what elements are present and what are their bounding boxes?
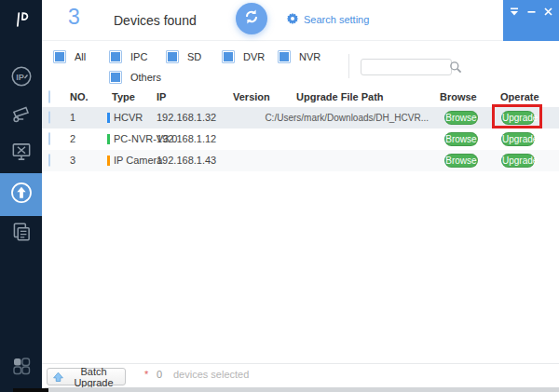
device-count: 3 [68,5,80,30]
window-bottom-notch [13,388,48,392]
checkbox-all[interactable] [53,50,66,63]
device-type-color-bar [107,134,110,144]
upgrade-button[interactable]: Upgrade [501,154,535,168]
upgrade-button[interactable]: Upgrade [501,132,535,146]
vertical-divider [348,54,349,78]
table-header-row: NO. Type IP Version Upgrade File Path Br… [42,87,559,107]
row-checkbox[interactable] [48,154,50,167]
sidebar-item-device-upgrade[interactable] [0,173,42,216]
filter-ipc[interactable]: IPC [109,50,147,63]
cell-no: 2 [70,128,75,150]
sidebar-item-documents[interactable] [0,214,42,253]
row-checkbox[interactable] [48,111,50,124]
titlebar: 3 Devices found Search setting [42,0,559,41]
filter-nvr[interactable]: NVR [278,50,320,63]
select-all-checkbox[interactable] [48,90,50,103]
browse-button[interactable]: Browse [444,154,478,168]
close-button[interactable] [542,6,553,17]
checkbox-ipc[interactable] [109,50,122,63]
table-row[interactable]: 3 IP Camera 192.168.1.43 Browse Upgrade [42,150,559,171]
checkbox-sd[interactable] [166,50,179,63]
sidebar-item-camera-settings[interactable] [0,96,42,135]
filter-dvr-label: DVR [243,51,265,62]
column-header-ip: IP [157,87,166,107]
sidebar: IP [0,0,42,392]
device-type-color-bar [107,155,110,166]
cell-type: HCVR [114,107,143,128]
table-row[interactable]: 2 PC-NVR-V3.0 192.168.1.12 Browse Upgrad… [42,128,559,150]
column-header-path: Upgrade File Path [296,87,384,107]
sidebar-item-apps[interactable] [0,352,42,384]
cell-ip: 192.168.1.12 [157,128,216,150]
refresh-icon [242,7,261,30]
device-table: NO. Type IP Version Upgrade File Path Br… [42,87,559,363]
filter-all[interactable]: All [53,50,86,63]
filter-others[interactable]: Others [109,71,161,84]
svg-text:IP: IP [16,73,24,82]
device-maintenance-icon [9,140,34,168]
cell-no: 3 [70,150,75,171]
cell-no: 1 [70,107,75,128]
filter-nvr-label: NVR [299,51,320,62]
search-setting-button[interactable]: Search setting [286,12,369,27]
gear-icon [286,12,299,27]
minimize-button[interactable] [525,6,537,17]
filter-bar: All IPC SD DVR NVR Others [42,42,559,89]
apps-icon [10,355,33,381]
filter-others-label: Others [130,72,161,83]
collapse-button[interactable] [509,6,520,17]
table-row[interactable]: 1 HCVR 192.168.1.32 C:/Users/mark/Downlo… [42,107,559,128]
column-header-browse: Browse [440,87,477,107]
upload-arrow-icon [52,372,64,383]
filter-ipc-label: IPC [130,51,147,62]
checkbox-others[interactable] [109,71,122,84]
app-window: IP [0,0,559,392]
column-header-version: Version [233,87,270,107]
column-header-no: NO. [70,87,89,107]
sidebar-item-ip-config[interactable]: IP [0,59,42,98]
footer-bar: Batch Upgrade * 0 devices selected [42,363,559,387]
required-mark: * [144,369,148,380]
selected-label: devices selected [173,369,249,380]
filter-sd[interactable]: SD [166,50,201,63]
batch-upgrade-button[interactable]: Batch Upgrade [47,368,126,385]
filter-all-label: All [75,51,86,62]
filter-sd-label: SD [187,51,201,62]
browse-button[interactable]: Browse [444,132,478,146]
device-type-color-bar [107,113,110,123]
page-title: Devices found [114,13,197,28]
window-controls [503,0,559,41]
sidebar-item-device-maintenance[interactable] [0,134,42,173]
refresh-button[interactable] [236,3,267,34]
search-button[interactable] [449,61,462,76]
batch-upgrade-label: Batch Upgrade [67,366,120,388]
filter-dvr[interactable]: DVR [222,50,265,63]
device-upgrade-icon [8,180,34,210]
cell-upgrade-file-path: C:/Users/mark/Downloads/DH_HCVR... [210,107,429,128]
window-bottom-edge [45,387,559,392]
cell-ip: 192.168.1.32 [157,107,216,128]
cell-ip: 192.168.1.43 [157,150,216,171]
camera-settings-icon [9,101,34,129]
row-checkbox[interactable] [48,132,50,145]
magnifier-icon [449,62,462,76]
browse-button[interactable]: Browse [444,111,478,125]
selected-count: 0 [157,369,162,380]
ip-config-icon: IP [9,64,34,92]
column-header-operate: Operate [500,87,539,107]
cell-type: IP Camera [114,150,162,171]
column-header-type: Type [112,87,135,107]
checkbox-dvr[interactable] [222,50,235,63]
search-setting-label: Search setting [304,14,369,25]
upgrade-button[interactable]: Upgrade [501,111,535,125]
documents-icon [9,220,34,248]
search-input[interactable] [361,59,452,75]
brand-logo-icon [11,8,32,34]
app-logo [0,7,42,36]
checkbox-nvr[interactable] [278,50,291,63]
